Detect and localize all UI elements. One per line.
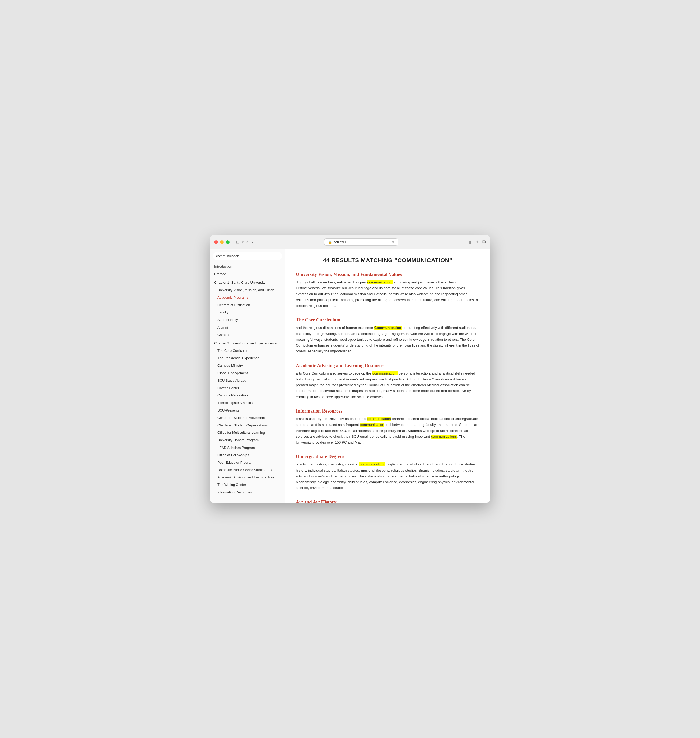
sidebar-item-campus-recreation[interactable]: Campus Recreation	[210, 392, 285, 399]
sidebar-item-global-engagement[interactable]: Global Engagement	[210, 370, 285, 377]
sidebar-item-campus[interactable]: Campus	[210, 331, 285, 339]
sidebar-item-honors[interactable]: University Honors Program	[210, 436, 285, 444]
sidebar-item-uvmfv[interactable]: University Vision, Mission, and Funda…	[210, 287, 285, 294]
sidebar: Introduction Preface Chapter 1: Santa Cl…	[210, 249, 285, 503]
sidebar-item-study-abroad[interactable]: SCU Study Abroad	[210, 377, 285, 384]
result-heading-aalr[interactable]: Academic Advising and Learning Resources	[296, 363, 479, 368]
highlight-communication-1: communication,	[367, 280, 393, 284]
reload-icon[interactable]: ↻	[391, 240, 394, 244]
forward-button[interactable]: ›	[250, 239, 254, 245]
sidebar-item-campus-ministry[interactable]: Campus Ministry	[210, 362, 285, 369]
chevron-down-icon: ▾	[242, 240, 244, 244]
sidebar-item-peer-educator[interactable]: Peer Educator Program	[210, 459, 285, 466]
sidebar-item-ch1[interactable]: Chapter 1: Santa Clara University	[210, 279, 285, 286]
sidebar-item-academic-programs[interactable]: Academic Programs	[210, 294, 285, 301]
sidebar-item-ch2[interactable]: Chapter 2: Transformative Experiences a…	[210, 340, 285, 347]
highlight-communication-2: Communication	[374, 326, 401, 330]
window-controls: ⊡ ▾ ‹ ›	[235, 239, 254, 245]
result-section-undergrad-degrees: Undergraduate Degrees of arts in art his…	[296, 454, 479, 491]
sidebar-item-student-involvement[interactable]: Center for Student Involvement	[210, 414, 285, 421]
lock-icon: 🔒	[328, 240, 332, 244]
sidebar-item-residential[interactable]: The Residential Experience	[210, 355, 285, 362]
highlight-communication-3: communication,	[372, 371, 398, 375]
main-content: 44 RESULTS MATCHING "COMMUNICATION" Univ…	[285, 249, 490, 503]
sidebar-item-fellowships[interactable]: Office of Fellowships	[210, 451, 285, 459]
address-bar[interactable]: 🔒 scu.edu ↻	[324, 239, 398, 246]
browser-window: ⊡ ▾ ‹ › 🔒 scu.edu ↻ ⬆ + ⧉ Introduction P…	[210, 235, 490, 503]
result-text-uvmfv: dignity of all its members, enlivened by…	[296, 279, 479, 309]
result-heading-info-resources[interactable]: Information Resources	[296, 408, 479, 414]
result-section-info-resources: Information Resources email is used by t…	[296, 408, 479, 445]
highlight-communication-4c: communications	[431, 435, 457, 439]
share-icon[interactable]: ⬆	[468, 239, 472, 245]
search-input[interactable]	[213, 252, 282, 260]
sidebar-item-alumni[interactable]: Alumni	[210, 324, 285, 331]
sidebar-item-multicultural[interactable]: Office for Multicultural Learning	[210, 429, 285, 436]
result-section-uvmfv: University Vision, Mission, and Fundamen…	[296, 272, 479, 309]
sidebar-item-intro[interactable]: Introduction	[210, 263, 285, 270]
sidebar-item-aalr[interactable]: Academic Advising and Learning Res…	[210, 474, 285, 481]
tabs-icon[interactable]: ⧉	[482, 239, 486, 245]
highlight-communication-4b: communication	[360, 423, 384, 427]
sidebar-item-domestic-studies[interactable]: Domestic Public Sector Studies Progr…	[210, 466, 285, 474]
highlight-communication-5: communication,	[359, 462, 385, 466]
result-heading-undergrad-degrees[interactable]: Undergraduate Degrees	[296, 454, 479, 460]
minimize-button[interactable]	[220, 240, 224, 244]
url-text: scu.edu	[334, 240, 346, 244]
sidebar-toggle-button[interactable]: ⊡	[235, 239, 240, 245]
traffic-lights	[214, 240, 229, 244]
highlight-communication-4a: communication	[367, 417, 391, 421]
result-section-art-history: Art and Art History and practice of arra…	[296, 499, 479, 503]
result-heading-art-history[interactable]: Art and Art History	[296, 499, 479, 503]
result-text-core-curriculum: and the religious dimensions of human ex…	[296, 325, 479, 354]
result-heading-core-curriculum[interactable]: The Core Curriculum	[296, 317, 479, 323]
result-section-aalr: Academic Advising and Learning Resources…	[296, 363, 479, 400]
sidebar-item-preface[interactable]: Preface	[210, 270, 285, 278]
sidebar-item-faculty[interactable]: Faculty	[210, 309, 285, 316]
toolbar-right: ⬆ + ⧉	[468, 239, 486, 245]
sidebar-item-career-center[interactable]: Career Center	[210, 384, 285, 392]
result-text-aalr: arts Core Curriculum also serves to deve…	[296, 371, 479, 400]
result-heading-uvmfv[interactable]: University Vision, Mission, and Fundamen…	[296, 272, 479, 277]
sidebar-item-centers[interactable]: Centers of Distinction	[210, 301, 285, 309]
sidebar-item-core-curriculum[interactable]: The Core Curriculum	[210, 347, 285, 355]
result-text-info-resources: email is used by the University as one o…	[296, 416, 479, 445]
sidebar-item-chartered-orgs[interactable]: Chartered Student Organizations	[210, 421, 285, 429]
sidebar-item-scu-presents[interactable]: SCU•Presents	[210, 407, 285, 414]
sidebar-item-info-resources[interactable]: Information Resources	[210, 489, 285, 496]
result-section-core-curriculum: The Core Curriculum and the religious di…	[296, 317, 479, 354]
sidebar-item-lead-scholars[interactable]: LEAD Scholars Program	[210, 444, 285, 451]
sidebar-item-writing-center[interactable]: The Writing Center	[210, 481, 285, 489]
address-bar-container: 🔒 scu.edu ↻	[257, 239, 465, 246]
back-button[interactable]: ‹	[246, 239, 249, 245]
new-tab-icon[interactable]: +	[476, 239, 479, 245]
maximize-button[interactable]	[226, 240, 229, 244]
title-bar: ⊡ ▾ ‹ › 🔒 scu.edu ↻ ⬆ + ⧉	[210, 235, 490, 249]
results-title: 44 RESULTS MATCHING "COMMUNICATION"	[296, 257, 479, 264]
sidebar-item-student-body[interactable]: Student Body	[210, 316, 285, 324]
result-text-undergrad-degrees: of arts in art history, chemistry, class…	[296, 461, 479, 491]
sidebar-item-athletics[interactable]: Intercollegiate Athletics	[210, 399, 285, 407]
browser-content: Introduction Preface Chapter 1: Santa Cl…	[210, 249, 490, 503]
close-button[interactable]	[214, 240, 218, 244]
